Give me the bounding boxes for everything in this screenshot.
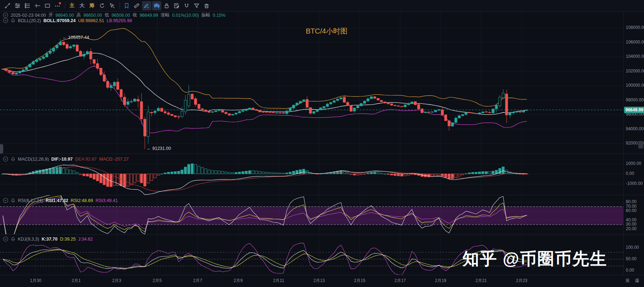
rsi3-value: RSI3:49.41 — [96, 198, 118, 203]
more-options-icon[interactable] — [53, 1, 62, 10]
time-tick: 2月3 — [112, 278, 121, 284]
delete-icon[interactable] — [202, 1, 211, 10]
time-tick: 2月1 — [72, 278, 81, 284]
pane-separator[interactable] — [0, 153, 644, 154]
price-tick: 94000.00 — [626, 126, 644, 131]
macd-tick: 0.00 — [626, 171, 634, 176]
low-annotation: ← 91231.00 — [147, 146, 171, 151]
pane-separator[interactable] — [0, 234, 644, 235]
kdj-k-value: K:37.70 — [42, 237, 57, 242]
time-tick: 2月7 — [193, 278, 202, 284]
high-label: 高 — [76, 12, 81, 18]
large-view-button[interactable]: 大 — [77, 1, 87, 10]
open-label: 开 — [49, 12, 53, 18]
macd-header-row: MACD(12,26,9) DIF:-10.97 DEA:92.67 MACD:… — [3, 156, 129, 162]
boll-mid-value: BOLL:97059.24 — [44, 18, 76, 23]
price-tick: 108000.00 — [626, 25, 644, 30]
high-annotation: ← 106457.44 — [62, 35, 89, 40]
boll-ub-value: UB:98862.51 — [78, 18, 104, 23]
ruler-icon[interactable] — [132, 1, 141, 10]
low-value: 96508.00 — [111, 13, 130, 18]
rsi-tick: 60.00 — [626, 208, 637, 213]
pane-separator[interactable] — [0, 195, 644, 195]
left-panel-handle[interactable] — [0, 144, 3, 153]
high-value: 96650.00 — [83, 13, 102, 18]
chips-button[interactable]: 筹 — [87, 1, 97, 10]
boll-name: BOLL(20,2) — [18, 18, 41, 23]
time-tick: 1月30 — [30, 278, 41, 284]
kdj-tick: 50.00 — [626, 256, 637, 261]
amplitude-label: 振幅 — [201, 12, 210, 18]
macd-name: MACD(12,26,9) — [18, 157, 49, 162]
time-tick: 2月17 — [394, 278, 406, 284]
amplitude-value: 0.15% — [213, 13, 225, 18]
toolbar: 主 大 筹 — [0, 0, 644, 12]
kdj-j-value: J:34.62 — [78, 237, 93, 242]
object-tree-icon[interactable] — [23, 1, 32, 10]
toolbar-divider — [65, 2, 65, 9]
macd-dea-value: DEA:92.67 — [75, 157, 97, 162]
bookmark-icon[interactable] — [122, 1, 131, 10]
macd-dif-value: DIF:-10.97 — [51, 157, 73, 162]
collapse-chevron-icon[interactable] — [3, 198, 8, 203]
rsi-header-row: RSI(6,12,24) RSI1:47.32 RSI2:48.69 RSI3:… — [3, 198, 118, 203]
close-label: 收 — [133, 12, 137, 18]
indicator-settings-icon[interactable] — [13, 1, 22, 10]
price-tick: 104000.00 — [626, 54, 644, 59]
price-tick: 102000.00 — [626, 69, 644, 74]
time-tick: 2月21 — [475, 278, 487, 284]
time-tick: 2月11 — [273, 278, 284, 284]
kdj-tick: 100.00 — [626, 245, 639, 250]
boll-lb-value: LB:95255.98 — [107, 18, 132, 23]
boll-info-row: BOLL(20,2) BOLL:97059.24 UB:98862.51 LB:… — [3, 18, 132, 23]
chips-tab[interactable]: 筹 — [625, 278, 630, 284]
macd-bar-value: MACD:-207.27 — [99, 157, 129, 162]
collapse-chevron-icon[interactable] — [3, 18, 8, 23]
trend-line-icon[interactable] — [3, 1, 12, 10]
change-value: 0.01%(10.00) — [172, 13, 199, 18]
low-label: 低 — [105, 12, 109, 18]
time-tick: 2月13 — [313, 278, 325, 284]
time-axis[interactable]: 1月30 2月1 2月3 2月5 2月7 2月9 2月11 2月13 2月15 … — [0, 275, 644, 287]
kdj-tick: 0.00 — [626, 268, 634, 273]
trading-terminal: 主 大 筹 2025-02-23 04:00 开96640.00 高96650.… — [0, 0, 644, 287]
magnet-icon[interactable] — [182, 1, 191, 10]
main-chart-button[interactable]: 主 — [67, 1, 77, 10]
kdj-name: KDJ(9,3,3) — [18, 237, 39, 242]
time-tick: 2月23 — [516, 278, 527, 284]
collapse-chevron-icon[interactable] — [3, 156, 8, 162]
time-tick: 2月19 — [435, 278, 446, 284]
chart-canvas[interactable] — [0, 12, 623, 275]
time-tick: 2月5 — [153, 278, 162, 284]
ohlc-info-row: 2025-02-23 04:00 开96640.00 高96650.00 低96… — [3, 12, 225, 18]
chart-title: BTC/4小时图 — [306, 26, 348, 36]
candle-settings-icon[interactable] — [152, 1, 161, 10]
scroll-to-latest-button[interactable] — [638, 141, 643, 148]
rsi-name: RSI(6,12,24) — [18, 198, 43, 203]
rect-tool-icon[interactable] — [43, 1, 52, 10]
alert-bell-icon[interactable] — [11, 18, 15, 23]
alert-bell-icon[interactable] — [11, 157, 15, 161]
filter-icon[interactable] — [192, 1, 201, 10]
collapse-chevron-icon[interactable] — [3, 12, 8, 18]
lock-icon[interactable] — [162, 1, 171, 10]
draw-icon[interactable] — [142, 1, 151, 10]
replay-icon[interactable] — [97, 1, 107, 10]
open-value: 96640.00 — [55, 13, 74, 18]
alert-bell-icon[interactable] — [11, 237, 15, 241]
time-tick: 2月9 — [234, 278, 243, 284]
rsi-tick: 20.00 — [626, 226, 637, 231]
watermark: 知乎 @币圈币先生 — [462, 248, 607, 270]
crosshair-icon[interactable] — [33, 1, 42, 10]
price-tick: 106000.00 — [626, 40, 644, 45]
alert-bell-icon[interactable] — [11, 198, 15, 203]
kdj-header-row: KDJ(9,3,3) K:37.70 D:39.25 J:34.62 — [3, 236, 93, 242]
liquidation-tab[interactable]: 爆 — [635, 278, 639, 284]
macd-tick: 1000.00 — [626, 161, 641, 166]
time-tick: 2月15 — [354, 278, 365, 284]
notes-icon[interactable] — [172, 1, 181, 10]
rsi1-value: RSI1:47.32 — [46, 198, 68, 203]
collapse-chevron-icon[interactable] — [3, 236, 8, 242]
kdj-d-value: D:39.25 — [60, 237, 76, 242]
cursor-line-icon[interactable] — [107, 1, 117, 10]
